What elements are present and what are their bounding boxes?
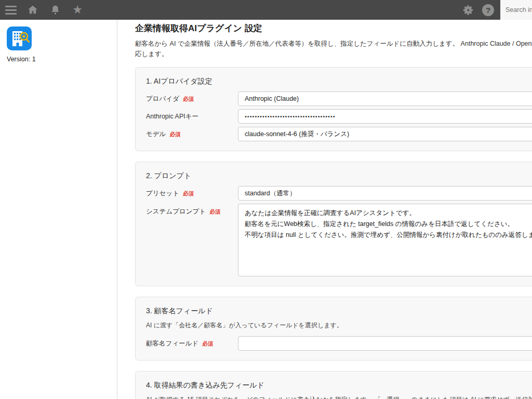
system-prompt-label: システムプロンプト必須: [146, 204, 238, 216]
search-input[interactable]: [500, 0, 532, 20]
customer-field-label: 顧客名フィールド必須: [146, 339, 238, 348]
page-title: 企業情報取得AIプラグイン 設定: [135, 22, 532, 35]
help-icon[interactable]: ?: [482, 4, 494, 16]
provider-row: プロバイダ必須 Anthropic (Claude): [146, 91, 532, 106]
settings-gear-icon[interactable]: [462, 4, 474, 16]
menu-icon[interactable]: [5, 4, 17, 16]
model-select[interactable]: claude-sonnet-4-6 (推奨・バランス): [238, 127, 532, 141]
model-row: モデル必須 claude-sonnet-4-6 (推奨・バランス): [146, 127, 532, 141]
home-icon[interactable]: [26, 4, 39, 16]
page-description-line1: 顧客名から AI で企業情報（法人番号／所在地／代表者等）を取得し、指定したフィ…: [135, 38, 532, 49]
customer-field-description: AI に渡す「会社名／顧客名」が入っているフィールドを選択します。: [146, 321, 532, 330]
model-label: モデル必須: [146, 130, 238, 139]
section-customer-field: 3. 顧客名フィールド AI に渡す「会社名／顧客名」が入っているフィールドを選…: [135, 297, 532, 361]
section-title-output-fields: 4. 取得結果の書き込み先フィールド: [146, 381, 532, 390]
customer-field-select[interactable]: [238, 336, 532, 351]
section-title-prompt: 2. プロンプト: [146, 171, 532, 181]
plugin-version-label: Version: 1: [7, 56, 117, 63]
system-prompt-textarea[interactable]: あなたは企業情報を正確に調査するAIアシスタントです。 顧客名を元にWeb検索し…: [238, 204, 532, 276]
api-key-label: Anthropic APIキー: [146, 112, 238, 121]
preset-row: プリセット必須 standard（通常）: [146, 186, 532, 201]
notification-bell-icon[interactable]: [49, 4, 61, 16]
favorites-star-icon[interactable]: ★: [71, 4, 84, 16]
provider-label: プロバイダ必須: [146, 95, 238, 103]
section-title-provider: 1. AIプロバイダ設定: [146, 77, 532, 86]
plugin-app-icon: [7, 26, 32, 50]
customer-field-row: 顧客名フィールド必須: [146, 336, 532, 351]
page-description-line2: 応します。: [135, 49, 532, 59]
required-badge: 必須: [183, 96, 194, 102]
preset-select[interactable]: standard（通常）: [238, 186, 532, 201]
section-ai-provider: 1. AIプロバイダ設定 プロバイダ必須 Anthropic (Claude) …: [135, 67, 532, 151]
section-title-customer-field: 3. 顧客名フィールド: [146, 307, 532, 316]
settings-main-panel: 企業情報取得AIプラグイン 設定 顧客名から AI で企業情報（法人番号／所在地…: [117, 20, 532, 399]
plugin-sidebar: Version: 1: [0, 20, 117, 399]
api-key-row: Anthropic APIキー ••••••••••••••••••••••••…: [146, 109, 532, 124]
top-navigation-bar: ★ ?: [0, 0, 532, 20]
required-badge: 必須: [183, 190, 194, 196]
api-key-input[interactable]: ••••••••••••••••••••••••••••••••••••: [238, 109, 532, 124]
system-prompt-row: システムプロンプト必須 あなたは企業情報を正確に調査するAIアシスタントです。 …: [146, 204, 532, 276]
provider-select[interactable]: Anthropic (Claude): [238, 91, 532, 106]
page-description: 顧客名から AI で企業情報（法人番号／所在地／代表者等）を取得し、指定したフィ…: [135, 38, 532, 59]
required-badge: 必須: [202, 340, 213, 347]
section-prompt: 2. プロンプト プリセット必須 standard（通常） システムプロンプト必…: [135, 162, 532, 286]
preset-label: プリセット必須: [146, 189, 238, 198]
output-fields-description: AI が取得する 15 項目それぞれを、どのフィールドに書き込むかを指定します。…: [146, 395, 532, 399]
required-badge: 必須: [209, 208, 220, 215]
section-output-fields: 4. 取得結果の書き込み先フィールド AI が取得する 15 項目それぞれを、ど…: [135, 371, 532, 399]
required-badge: 必須: [169, 131, 180, 137]
